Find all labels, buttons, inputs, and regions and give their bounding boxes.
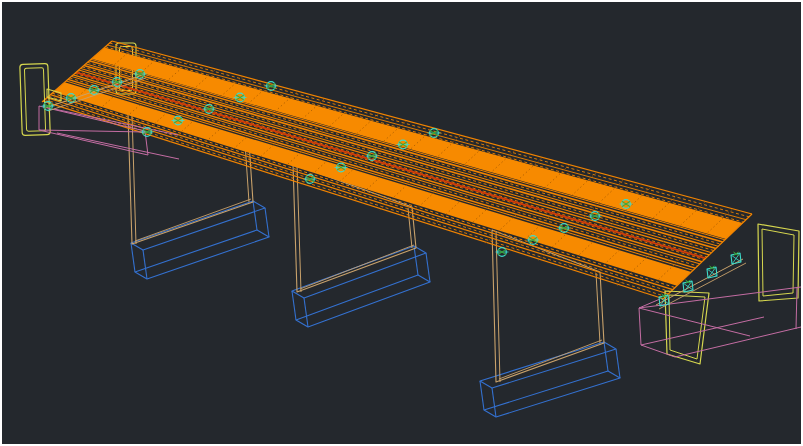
abutment-seat-edge	[39, 130, 145, 132]
wingwall-panel-inner	[669, 295, 705, 359]
abutment-body-edge	[639, 308, 750, 336]
footing-vertical-edge	[143, 250, 147, 279]
footing-top-face	[131, 201, 265, 250]
pier-far-inner-edge	[596, 273, 600, 343]
footing-1[interactable]	[131, 201, 269, 279]
pier-far-inner-edge	[408, 208, 412, 248]
abutment-body-edge	[639, 308, 641, 345]
footing-vertical-edge	[292, 291, 296, 320]
footing-vertical-edge	[616, 349, 620, 378]
abutment-body-edge	[675, 327, 801, 357]
footing-vertical-edge	[426, 253, 430, 282]
deck-girder-line	[73, 75, 702, 262]
deck-girder-line	[88, 62, 721, 244]
footing-top-face	[292, 246, 426, 298]
footing-bottom-face	[135, 230, 269, 279]
bridge-deck[interactable]	[42, 41, 752, 300]
footing-vertical-edge	[131, 243, 135, 272]
abutment-seat-edge	[57, 133, 179, 159]
footing-vertical-edge	[492, 388, 496, 417]
footing-vertical-edge	[304, 298, 308, 327]
abutment-seat-edge	[39, 130, 148, 155]
footing-bottom-face	[484, 371, 620, 417]
deck-girder-line	[75, 73, 704, 259]
pier-near-inner-edge	[297, 165, 301, 292]
drawing-viewport	[0, 0, 803, 446]
bridge-wireframe-canvas[interactable]	[2, 2, 801, 444]
footing-vertical-edge	[604, 342, 608, 371]
footing-vertical-edge	[253, 201, 257, 230]
deck-girder-line	[71, 76, 699, 264]
footing-vertical-edge	[480, 381, 484, 410]
wall-panel-inner	[762, 229, 794, 296]
deck-girder-line	[84, 65, 716, 248]
footing-vertical-edge	[414, 246, 418, 275]
footing-vertical-edge	[265, 208, 269, 237]
deck-girder-line	[70, 78, 698, 266]
pier-near-inner-edge	[132, 115, 136, 244]
pier-base-edge	[135, 199, 251, 241]
wall-panel-inner	[24, 68, 45, 132]
deck-girder-line	[89, 61, 723, 242]
footing-3[interactable]	[480, 342, 620, 417]
abutment-body-edge	[796, 288, 797, 329]
deck-girder-line	[81, 68, 712, 252]
pier-base-edge	[499, 340, 602, 379]
deck-girder-line	[86, 64, 719, 246]
